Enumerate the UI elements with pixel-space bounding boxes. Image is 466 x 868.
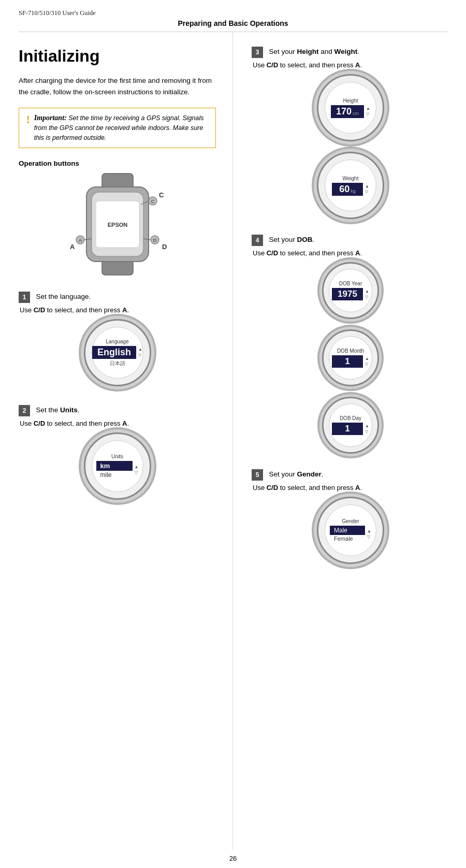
up-arrow: ▲: [366, 106, 370, 111]
step-3-header: 3 Set your Height and Weight.: [252, 47, 449, 58]
gender-arrows: ▲ ▽: [367, 529, 371, 539]
step-2-screen: Units km mile ▲ ▽: [19, 432, 216, 504]
height-value: 170cm: [331, 105, 364, 118]
down-arrow: ▽: [365, 429, 369, 435]
important-box: ! Important: Set the time by receiving a…: [19, 108, 216, 148]
step-5-instruction: Use C/D to select, and then press A.: [253, 484, 449, 491]
step-2-title: Set the Units.: [36, 407, 80, 414]
watch-diagram: EPSON C C A A D: [61, 172, 174, 276]
step-1-screen: Language English ▲ ▽ 日本語: [19, 319, 216, 390]
dob-month-screen: DOB Month 1 ▲ ▽: [329, 336, 372, 380]
height-label: Height: [343, 98, 358, 104]
dob-year-arrows: ▲ ▽: [365, 289, 369, 299]
step-1-title: Set the language.: [36, 293, 91, 301]
units-arrows: ▲ ▽: [135, 465, 139, 475]
dob-day-value: 1: [332, 423, 363, 435]
dob-year-value-row: 1975 ▲ ▽: [332, 288, 369, 300]
page-title: Initializing: [19, 47, 216, 66]
dob-day-label: DOB Day: [340, 415, 361, 421]
step-3-block: 3 Set your Height and Weight. Use C/D to…: [252, 47, 449, 223]
dob-month-watch: DOB Month 1 ▲ ▽: [322, 329, 379, 386]
step-3-instruction: Use C/D to select, and then press A.: [253, 61, 449, 69]
down-arrow: ▽: [367, 534, 371, 540]
step-2-instruction: Use C/D to select, and then press A.: [20, 419, 216, 427]
svg-text:A: A: [70, 243, 75, 251]
step-1-number: 1: [19, 292, 30, 303]
up-arrow: ▲: [365, 184, 369, 189]
step-4-number: 4: [252, 235, 263, 246]
warning-icon: !: [26, 114, 30, 126]
dob-day-value-row: 1 ▲ ▽: [332, 423, 369, 435]
step-3-number: 3: [252, 47, 263, 58]
height-arrows: ▲ ▽: [366, 106, 370, 117]
height-watch: Height 170cm ▲ ▽: [317, 74, 384, 141]
up-arrow: ▲: [365, 424, 369, 429]
dob-day-watch: DOB Day 1 ▲ ▽: [322, 397, 379, 454]
height-screen: Height 170cm ▲ ▽: [325, 82, 376, 134]
weight-value-row: 60kg ▲ ▽: [332, 183, 369, 196]
step-1-header: 1 Set the language.: [19, 292, 216, 303]
header-left: SF-710/510/310 User's Guide: [19, 9, 96, 17]
left-column: Initializing After charging the device f…: [0, 32, 233, 850]
down-arrow: ▽: [365, 295, 369, 300]
important-label: Important:: [34, 114, 67, 122]
page-number: 26: [0, 850, 466, 868]
step-1-instruction: Use C/D to select, and then press A.: [20, 306, 216, 314]
dob-year-value: 1975: [332, 288, 363, 300]
units-screen: Units km mile ▲ ▽: [92, 440, 143, 492]
up-arrow: ▲: [365, 289, 369, 294]
weight-label: Weight: [343, 176, 359, 181]
units-km: km: [96, 461, 133, 471]
gender-label: Gender: [342, 518, 359, 524]
gender-screen: Gender Male Female ▲ ▽: [325, 504, 376, 556]
step-2-number: 2: [19, 405, 30, 416]
right-column: 3 Set your Height and Weight. Use C/D to…: [233, 32, 466, 850]
down-arrow: ▽: [365, 362, 369, 367]
dob-month-label: DOB Month: [337, 348, 364, 354]
section-title: Preparing and Basic Operations: [0, 19, 466, 27]
weight-arrows: ▲ ▽: [365, 184, 369, 194]
down-arrow: ▽: [135, 470, 139, 475]
svg-text:D: D: [153, 238, 156, 243]
page: SF-710/510/310 User's Guide Preparing an…: [0, 0, 466, 868]
height-unit: cm: [353, 111, 359, 117]
units-label: Units: [111, 454, 123, 459]
step-5-block: 5 Set your Gender. Use C/D to select, an…: [252, 469, 449, 568]
language-value: English: [92, 346, 136, 359]
intro-paragraph: After charging the device for the first …: [19, 75, 216, 97]
step-4-title: Set your DOB.: [269, 236, 315, 243]
language-value-row: English ▲ ▽: [92, 346, 142, 359]
header: SF-710/510/310 User's Guide: [0, 0, 466, 17]
up-arrow: ▲: [138, 347, 142, 352]
gender-male: Male: [330, 526, 365, 535]
language-sub: 日本語: [110, 360, 125, 367]
step-5-header: 5 Set your Gender.: [252, 469, 449, 481]
language-screen: Language English ▲ ▽ 日本語: [92, 327, 143, 379]
height-value-row: 170cm ▲ ▽: [331, 105, 370, 118]
language-label: Language: [106, 339, 129, 344]
dob-month-value: 1: [332, 355, 363, 368]
step-3-title: Set your Height and Weight.: [269, 48, 360, 55]
step-1-block: 1 Set the language. Use C/D to select, a…: [19, 292, 216, 390]
step-4-block: 4 Set your DOB. Use C/D to select, and t…: [252, 235, 449, 458]
step-5-number: 5: [252, 469, 263, 481]
units-options: km mile: [96, 461, 133, 479]
dob-year-watch: DOB Year 1975 ▲ ▽: [322, 262, 379, 319]
step-4-screens: DOB Year 1975 ▲ ▽: [252, 262, 449, 458]
gender-female: Female: [330, 535, 357, 542]
gender-watch: Gender Male Female ▲ ▽: [317, 497, 384, 564]
gender-options: Male Female: [330, 526, 365, 542]
svg-text:D: D: [162, 243, 167, 251]
svg-text:A: A: [78, 238, 81, 243]
language-arrows: ▲ ▽: [138, 347, 142, 357]
dob-day-arrows: ▲ ▽: [365, 424, 369, 434]
down-arrow: ▽: [365, 190, 369, 195]
dob-month-value-row: 1 ▲ ▽: [332, 355, 369, 368]
weight-watch: Weight 60kg ▲ ▽: [317, 152, 384, 219]
weight-value: 60kg: [332, 183, 363, 196]
dob-day-screen: DOB Day 1 ▲ ▽: [329, 403, 372, 447]
dob-year-screen: DOB Year 1975 ▲ ▽: [329, 269, 372, 312]
gender-value-row: Male Female ▲ ▽: [330, 526, 371, 542]
watch-svg: EPSON C C A A D: [61, 172, 174, 276]
op-buttons-title: Operation buttons: [19, 160, 216, 167]
